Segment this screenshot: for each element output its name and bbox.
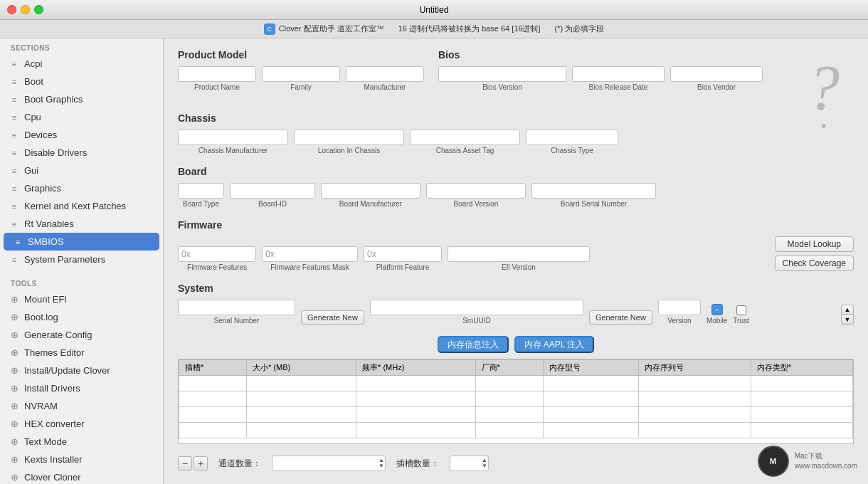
sidebar-item-rt-variables[interactable]: ≡ Rt Variables [0, 215, 163, 233]
bios-release-label: Bios Release Date [572, 83, 665, 91]
sidebar-item-label: Cpu [24, 112, 41, 122]
remove-row-button[interactable]: − [178, 456, 192, 470]
firmware-features-input[interactable] [178, 246, 256, 262]
generate-smuuid-button[interactable]: Generate New [589, 310, 652, 325]
location-label: Location In Chassis [294, 147, 404, 154]
sidebar-item-boot-graphics[interactable]: ≡ Boot Graphics [0, 90, 163, 108]
board-serial-input[interactable] [531, 183, 656, 199]
col-slot: 插槽* [179, 360, 247, 376]
chassis-type-input[interactable] [526, 130, 618, 145]
check-coverage-button[interactable]: Check Coverage [775, 256, 854, 271]
sidebar-item-boot[interactable]: ≡ Boot [0, 73, 163, 90]
board-id-input[interactable] [230, 183, 315, 199]
chassis-manufacturer-input[interactable] [178, 130, 288, 145]
minimize-button[interactable] [21, 5, 30, 14]
generate-serial-button[interactable]: Generate New [301, 310, 364, 325]
product-name-input[interactable] [178, 66, 256, 82]
location-input[interactable] [294, 130, 404, 145]
trust-checkbox[interactable] [736, 305, 746, 315]
bottom-controls: − + 通道数量： ▲ ▼ 插槽数量： [178, 450, 854, 477]
sidebar-item-label: Gui [24, 165, 38, 176]
window-controls[interactable] [7, 5, 43, 14]
serial-number-input[interactable] [178, 300, 295, 315]
platform-feature-input[interactable] [364, 246, 442, 262]
sidebar-item-clover-cloner[interactable]: ⊕ Clover Cloner [0, 468, 163, 484]
smbios-icon: ≡ [12, 238, 23, 246]
sidebar-item-smbios[interactable]: ≡ SMBIOS [4, 233, 159, 251]
graphics-icon: ≡ [9, 184, 20, 193]
memory-aapl-inject-button[interactable]: 内存 AAPL 注入 [514, 336, 595, 353]
scroll-spinner[interactable]: ▲ ▼ [841, 305, 854, 325]
empty-cell [475, 391, 543, 407]
empty-cell [356, 423, 475, 438]
tools-label: TOOLS [0, 274, 163, 290]
sidebar-item-install-drivers[interactable]: ⊕ Install Drivers [0, 379, 163, 397]
scroll-down-btn[interactable]: ▼ [841, 315, 854, 325]
sidebar-item-nvram[interactable]: ⊕ NVRAM [0, 397, 163, 415]
empty-cell [638, 407, 751, 423]
bios-release-input[interactable] [572, 66, 665, 82]
sidebar-item-hex-converter[interactable]: ⊕ HEX converter [0, 415, 163, 433]
sidebar: SECTIONS ≡ Acpi ≡ Boot ≡ Boot Graphics ≡… [0, 38, 164, 484]
bios-vendor-input[interactable] [670, 66, 763, 82]
sidebar-item-devices[interactable]: ≡ Devices [0, 126, 163, 144]
board-manufacturer-input[interactable] [321, 183, 420, 199]
empty-cell [475, 376, 543, 391]
board-version-input[interactable] [426, 183, 526, 199]
channel-down-btn[interactable]: ▼ [379, 463, 384, 469]
empty-cell [543, 407, 638, 423]
model-lookup-button[interactable]: Model Lookup [775, 236, 854, 252]
firmware-features-field-group: Firmware Features [178, 246, 256, 271]
board-manufacturer-field-group: Board Manufacturer [321, 183, 420, 208]
sidebar-item-boot-log[interactable]: ⊕ Boot.log [0, 308, 163, 326]
channel-count-select[interactable] [272, 456, 386, 471]
bios-version-field-group: Bios Version [438, 66, 566, 91]
chassis-manufacturer-field-group: Chassis Manufacturer [178, 130, 288, 154]
product-model-section: Product Model Product Name Family Man [178, 49, 424, 94]
efi-version-input[interactable] [448, 246, 590, 262]
scroll-up-btn[interactable]: ▲ [841, 305, 854, 315]
manufacturer-input[interactable] [346, 66, 424, 82]
empty-cell [356, 407, 475, 423]
mobile-label: Mobile [706, 317, 727, 325]
board-serial-label: Board Serial Number [531, 200, 656, 208]
version-input[interactable] [658, 300, 701, 315]
sidebar-item-label: Install/Update Clover [24, 365, 110, 376]
empty-row-3 [179, 407, 853, 423]
hex-notice: 16 进制代码将被转换为 base 64 [16进制] [398, 23, 541, 34]
asset-tag-input[interactable] [410, 130, 520, 145]
channel-count-spinner[interactable]: ▲ ▼ [379, 458, 384, 469]
smuuid-input[interactable] [370, 300, 583, 315]
sidebar-item-gui[interactable]: ≡ Gui [0, 162, 163, 179]
sidebar-item-generate-config[interactable]: ⊕ Generate Config [0, 326, 163, 344]
bios-version-input[interactable] [438, 66, 566, 82]
sidebar-item-system-parameters[interactable]: ≡ System Parameters [0, 251, 163, 268]
sidebar-item-cpu[interactable]: ≡ Cpu [0, 108, 163, 126]
slot-down-btn[interactable]: ▼ [482, 463, 487, 469]
board-type-input[interactable] [178, 183, 224, 199]
bios-release-field-group: Bios Release Date [572, 66, 665, 91]
board-version-label: Board Version [426, 200, 526, 208]
sidebar-item-kexts-installer[interactable]: ⊕ Kexts Installer [0, 451, 163, 468]
empty-cell [179, 391, 247, 407]
empty-cell [543, 376, 638, 391]
sidebar-item-themes-editor[interactable]: ⊕ Themes Editor [0, 344, 163, 362]
add-row-button[interactable]: + [194, 456, 208, 470]
firmware-mask-input[interactable] [262, 246, 358, 262]
mobile-checkbox[interactable]: − [711, 304, 723, 315]
sidebar-item-mount-efi[interactable]: ⊕ Mount EFI [0, 290, 163, 308]
sidebar-item-acpi[interactable]: ≡ Acpi [0, 55, 163, 73]
sidebar-item-graphics[interactable]: ≡ Graphics [0, 179, 163, 197]
memory-info-inject-button[interactable]: 内存信息注入 [438, 336, 509, 353]
system-params-icon: ≡ [9, 256, 20, 264]
maximize-button[interactable] [34, 5, 43, 14]
col-vendor: 厂商* [475, 360, 543, 376]
sidebar-item-disable-drivers[interactable]: ≡ Disable Drivers [0, 144, 163, 162]
sidebar-item-kernel-kext[interactable]: ≡ Kernel and Kext Patches [0, 197, 163, 215]
sidebar-item-install-clover[interactable]: ⊕ Install/Update Clover [0, 362, 163, 379]
close-button[interactable] [7, 5, 16, 14]
slot-count-spinner[interactable]: ▲ ▼ [482, 458, 487, 469]
family-input[interactable] [262, 66, 340, 82]
sidebar-item-label: Disable Drivers [24, 147, 87, 158]
sidebar-item-text-mode[interactable]: ⊕ Text Mode [0, 433, 163, 451]
